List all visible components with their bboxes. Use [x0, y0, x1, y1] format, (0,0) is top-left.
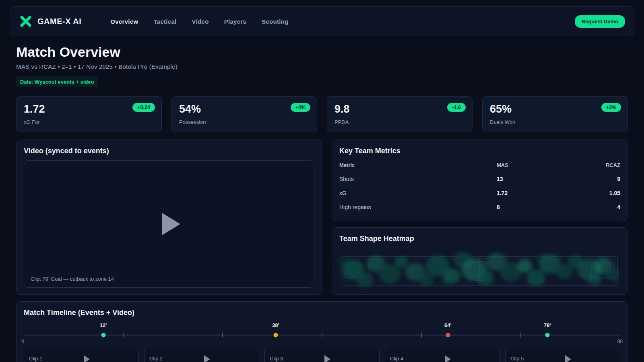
timeline-end-label: 90 [617, 339, 623, 344]
clip-card[interactable]: Clip 2 [144, 349, 259, 362]
request-demo-button[interactable]: Request Demo [575, 15, 625, 28]
clip-label: Clip 1 [29, 356, 42, 362]
heatmap-blob [588, 274, 602, 286]
timeline-event-marker[interactable] [273, 333, 278, 337]
metric-value-rcaz: 4 [575, 200, 620, 214]
metrics-header-row: Metric MAS RCAZ [339, 160, 620, 172]
right-column: Key Team Metrics Metric MAS RCAZ Shots13… [332, 140, 628, 295]
kpi-label: PPDA [334, 119, 464, 125]
kpi-delta-badge: +3% [601, 103, 621, 112]
col-header-mas: MAS [497, 160, 575, 172]
heatmap-blob [394, 256, 408, 268]
clip-play-icon[interactable] [565, 355, 571, 362]
match-subtitle: MAS vs RCAZ • 2–1 • 17 Nov 2025 • Botola… [16, 63, 628, 70]
kpi-delta-badge: +4% [291, 103, 310, 112]
metric-name: Shots [339, 172, 497, 186]
video-panel: Video (synced to events) Clip: 79' Goal … [16, 140, 322, 295]
kpi-label: Possession [179, 119, 309, 125]
clip-card[interactable]: Clip 5 [505, 349, 620, 362]
metrics-table-body: Shots139xG1.721.05High regains84 [339, 172, 620, 214]
heatmap-blob [356, 272, 373, 288]
heatmap-blobs [338, 252, 619, 288]
clip-card[interactable]: Clip 4 [385, 349, 500, 362]
timeline-event-label: 64' [444, 322, 452, 328]
main-nav: OverviewTacticalVideoPlayersScouting [110, 18, 288, 25]
heatmap-blob [517, 259, 533, 273]
heatmap-blob [526, 269, 545, 286]
nav-item-video[interactable]: Video [192, 18, 209, 25]
clip-label: Clip 2 [149, 356, 163, 362]
video-caption: Clip: 79' Goal — cutback to zone 14 [31, 276, 114, 282]
metric-value-rcaz: 9 [575, 172, 620, 186]
metric-value-mas: 13 [497, 172, 575, 186]
timeline-event-marker[interactable] [545, 333, 549, 337]
timeline-title: Match Timeline (Events + Video) [24, 309, 620, 317]
nav-item-tactical[interactable]: Tactical [153, 18, 176, 25]
clip-label: Clip 3 [270, 356, 283, 362]
nav-item-overview[interactable]: Overview [110, 18, 138, 25]
kpi-row: +0.241.72xG For+4%54%Possession-1.69.8PP… [16, 96, 628, 132]
heatmap-blob [443, 268, 460, 284]
timeline-event-marker[interactable] [101, 333, 105, 337]
brand-x-logo-icon [19, 14, 33, 28]
heatmap-title: Team Shape Heatmap [339, 234, 620, 243]
col-header-rcaz: RCAZ [575, 160, 620, 172]
kpi-card: +4%54%Possession [171, 96, 317, 132]
metric-value-mas: 1.72 [497, 186, 575, 200]
heatmap-panel: Team Shape Heatmap [332, 227, 628, 295]
clip-card[interactable]: Clip 1 [24, 349, 139, 362]
video-player[interactable]: Clip: 79' Goal — cutback to zone 14 [24, 160, 314, 288]
brand-name: GAME-X AI [37, 17, 81, 26]
kpi-card: +0.241.72xG For [16, 96, 162, 132]
timeline-event-label: 12' [100, 322, 107, 328]
nav-item-scouting[interactable]: Scouting [262, 18, 289, 25]
table-row: xG1.721.05 [339, 186, 620, 200]
table-row: High regains84 [339, 200, 620, 214]
clips-row: Clip 1Clip 2Clip 3Clip 4Clip 5 [24, 349, 620, 362]
clip-play-icon[interactable] [445, 355, 451, 362]
play-icon[interactable] [162, 213, 180, 235]
timeline-panel: Match Timeline (Events + Video) 0 90 12'… [16, 301, 628, 362]
timeline-event-marker[interactable] [446, 333, 450, 337]
metrics-table: Metric MAS RCAZ Shots139xG1.721.05High r… [339, 160, 620, 214]
mid-grid: Video (synced to events) Clip: 79' Goal … [16, 140, 628, 295]
kpi-value: 65% [490, 103, 619, 115]
brand: GAME-X AI [19, 14, 81, 28]
clip-play-icon[interactable] [84, 355, 90, 362]
kpi-delta-badge: -1.6 [447, 103, 466, 112]
data-source-badge: Data: Wyscout events + video [16, 76, 98, 87]
clip-label: Clip 4 [390, 356, 403, 362]
timeline-tick [123, 333, 124, 337]
heatmap-svg [339, 248, 620, 288]
kpi-delta-badge: +0.24 [132, 103, 155, 112]
timeline-tick [421, 333, 422, 337]
clip-card[interactable]: Clip 3 [264, 349, 380, 362]
metrics-panel: Key Team Metrics Metric MAS RCAZ Shots13… [332, 140, 628, 221]
metrics-panel-title: Key Team Metrics [339, 147, 620, 155]
timeline-event-label: 79' [544, 322, 551, 328]
topbar: GAME-X AI OverviewTacticalVideoPlayersSc… [10, 6, 634, 36]
clip-label: Clip 5 [510, 356, 524, 362]
timeline-tick [322, 333, 322, 337]
clip-play-icon[interactable] [204, 355, 210, 362]
page-title: Match Overview [16, 44, 628, 60]
page-content: Match Overview MAS vs RCAZ • 2–1 • 17 No… [0, 44, 644, 362]
timeline-tick [222, 333, 223, 337]
kpi-card: -1.69.8PPDA [327, 96, 473, 132]
heatmap-blob [477, 270, 494, 286]
nav-item-players[interactable]: Players [224, 18, 246, 25]
timeline-event-label: 38' [272, 322, 279, 328]
metric-value-rcaz: 1.05 [575, 186, 620, 200]
metric-name: xG [339, 186, 497, 200]
metric-value-mas: 8 [497, 200, 575, 214]
kpi-label: Duels Won [490, 119, 619, 125]
heatmap-blob [604, 267, 619, 281]
metric-name: High regains [339, 200, 497, 214]
kpi-value: 54% [179, 103, 309, 115]
timeline-tick [520, 333, 521, 337]
clip-play-icon[interactable] [324, 355, 330, 362]
kpi-value: 9.8 [334, 103, 464, 115]
timeline-start-label: 0 [21, 339, 24, 344]
timeline-track-wrap: 0 90 12'38'64'79' [24, 322, 620, 346]
video-panel-title: Video (synced to events) [24, 147, 314, 155]
